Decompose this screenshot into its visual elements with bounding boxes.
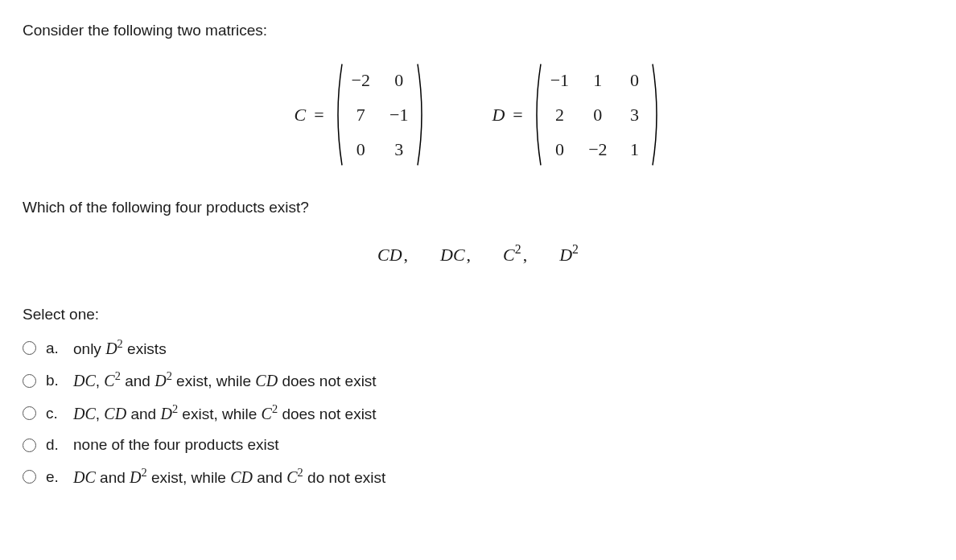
matrix-cell: −2: [352, 67, 370, 93]
question-intro: Consider the following two matrices:: [23, 19, 933, 43]
right-paren-icon: [651, 62, 662, 167]
product-d2: D2: [559, 241, 579, 268]
option-text: DC and D2 exist, while CD and C2 do not …: [73, 465, 385, 490]
matrix-c-wrap: −2 0 7 −1 0 3: [332, 62, 428, 167]
product-dc: DC,: [440, 241, 471, 268]
option-letter: b.: [46, 369, 64, 393]
option-letter: d.: [46, 434, 64, 457]
matrix-cell: 0: [551, 136, 567, 163]
matrix-cell: −2: [588, 136, 607, 163]
matrix-d: D = −1 1 0 2 0 3 0 −2 1: [492, 62, 661, 167]
equals-sign: =: [314, 101, 323, 128]
option-d[interactable]: d. none of the four products exist: [23, 434, 933, 457]
matrix-cell: 2: [551, 101, 567, 128]
matrix-c: C = −2 0 7 −1 0 3: [294, 62, 427, 167]
matrix-c-label: C: [294, 101, 306, 128]
matrix-cell: −1: [550, 67, 569, 93]
matrix-cell: 3: [391, 136, 407, 163]
matrix-cell: 7: [352, 101, 369, 128]
option-letter: e.: [46, 466, 64, 489]
matrix-cell: 1: [590, 67, 606, 93]
matrix-cell: 0: [391, 67, 407, 93]
option-text: DC, C2 and D2 exist, while CD does not e…: [73, 369, 377, 393]
matrix-cell: 1: [627, 136, 643, 163]
options-list: a. only D2 exists b. DC, C2 and D2 exist…: [23, 336, 933, 490]
option-e[interactable]: e. DC and D2 exist, while CD and C2 do n…: [23, 465, 933, 490]
option-text: none of the four products exist: [73, 434, 279, 457]
radio-icon[interactable]: [23, 470, 36, 484]
matrix-cell: −1: [389, 101, 408, 128]
matrix-cell: 0: [590, 101, 606, 128]
option-text: only D2 exists: [73, 336, 167, 361]
radio-icon[interactable]: [23, 341, 36, 355]
right-paren-icon: [416, 62, 427, 167]
products-list: CD, DC, C2, D2: [23, 241, 933, 268]
radio-icon[interactable]: [23, 406, 36, 420]
left-paren-icon: [531, 62, 542, 167]
matrix-d-body: −1 1 0 2 0 3 0 −2 1: [542, 62, 651, 167]
equals-sign: =: [513, 101, 522, 128]
product-c2: C2,: [503, 241, 527, 268]
radio-icon[interactable]: [23, 374, 36, 388]
option-c[interactable]: c. DC, CD and D2 exist, while C2 does no…: [23, 401, 933, 426]
product-cd: CD,: [377, 241, 408, 268]
option-letter: c.: [46, 402, 64, 426]
option-b[interactable]: b. DC, C2 and D2 exist, while CD does no…: [23, 369, 933, 393]
matrix-d-label: D: [492, 101, 505, 128]
left-paren-icon: [332, 62, 344, 167]
question-follow: Which of the following four products exi…: [23, 196, 933, 220]
matrix-cell: 0: [627, 67, 643, 93]
matrix-d-wrap: −1 1 0 2 0 3 0 −2 1: [531, 62, 662, 167]
matrix-cell: 0: [352, 136, 369, 163]
option-letter: a.: [46, 337, 64, 360]
matrix-c-body: −2 0 7 −1 0 3: [344, 62, 417, 167]
matrix-cell: 3: [627, 101, 643, 128]
option-a[interactable]: a. only D2 exists: [23, 336, 933, 361]
matrices-display: C = −2 0 7 −1 0 3 D =: [23, 62, 933, 167]
radio-icon[interactable]: [23, 439, 36, 452]
option-text: DC, CD and D2 exist, while C2 does not e…: [73, 401, 377, 426]
select-label: Select one:: [23, 303, 933, 327]
